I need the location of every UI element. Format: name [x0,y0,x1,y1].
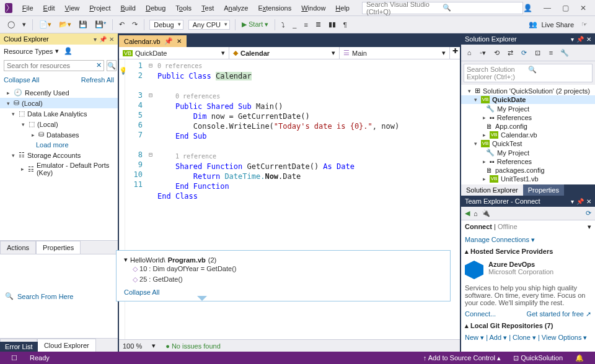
cloud-search-input[interactable] [4,60,104,71]
actions-tab[interactable]: Actions [0,241,36,254]
tab-solution-explorer[interactable]: Solution Explorer [461,184,523,196]
databases-node[interactable]: ▸⛁ Databases [0,129,118,140]
nav-class-combo[interactable]: ◆Calendar▾ [229,47,340,59]
pin-icon[interactable]: 📌 [164,37,173,45]
reference-1[interactable]: ◇ 10 : Dim dayOfYear = GetDate() [124,264,443,274]
references-2[interactable]: ▸▪▪ References [461,157,595,166]
menu-tools[interactable]: Tools [170,2,196,14]
add-source-control[interactable]: ↑ Add to Source Control ▴ [417,354,507,362]
te-plug-icon[interactable]: 🔌 [482,209,490,217]
se-collapse-icon[interactable]: ◦▾ [477,47,488,58]
te-connect-link[interactable]: Connect... [465,310,496,318]
issues-indicator[interactable]: ● No issues found [165,342,221,350]
panel-close-icon[interactable]: ✕ [586,36,591,43]
zoom-combo[interactable]: 100 % [123,342,142,350]
save-button[interactable]: 💾 [76,19,90,30]
start-button[interactable]: ▶ Start ▾ [239,19,271,30]
panel-pin-icon[interactable]: 📌 [576,198,584,205]
project-quickdate[interactable]: ▾VB QuickDate [461,95,595,104]
menu-file[interactable]: File [17,2,38,14]
window-minimize[interactable]: — [544,4,551,12]
codelens-collapse-all[interactable]: Collapse All [124,288,443,296]
local-node[interactable]: ▾⛁ (Local) [0,98,118,108]
window-close[interactable]: ✕ [580,4,586,12]
menu-view[interactable]: View [60,2,85,14]
unittest1-vb[interactable]: ▸VB UnitTest1.vb [461,175,595,183]
user-icon[interactable]: 👤 [523,4,532,12]
panel-close-icon[interactable]: ✕ [586,198,591,205]
panel-pin-icon[interactable]: 📌 [99,36,107,43]
se-showall-icon[interactable]: ⊡ [532,47,543,58]
git-clone[interactable]: Clone [513,334,531,341]
status-solution[interactable]: ⊡ QuickSolution [507,354,569,362]
my-project-1[interactable]: 🔧 My Project [461,104,595,113]
save-all-button[interactable]: 💾* [92,19,109,30]
git-add[interactable]: Add [489,334,501,341]
panel-options-icon[interactable]: ▾ [571,198,574,205]
references-1[interactable]: ▸▪▪ References [461,113,595,122]
refresh-all-link[interactable]: Refresh All [81,76,114,84]
menu-extensions[interactable]: Extensions [253,2,296,14]
open-button[interactable]: 📂▾ [56,19,74,30]
recent-node[interactable]: ▸🕘 Recently Used [0,87,118,98]
nav-member-combo[interactable]: ☰Main▾ [340,47,450,59]
cloud-search-button[interactable]: 🔍 [107,60,117,71]
dla-local-node[interactable]: ▾⬚ (Local) [0,119,118,129]
misc-toolbar-2[interactable]: ≡ [301,20,311,30]
te-home-icon[interactable]: ⌂ [474,210,478,217]
packages-config[interactable]: 🗎 packages.config [461,166,595,175]
platform-combo[interactable]: Any CPU [188,20,230,30]
new-project-button[interactable]: 📄▾ [36,19,55,30]
misc-toolbar-5[interactable]: ¶ [340,20,350,30]
feedback-button[interactable]: ☞ [578,19,591,30]
my-project-2[interactable]: 🔧 My Project [461,148,595,157]
nav-fwd-button[interactable]: ▾ [19,19,29,30]
storage-node[interactable]: ▾☷ Storage Accounts [0,150,118,160]
tab-properties[interactable]: Properties [523,184,564,196]
split-icon[interactable]: ✚ [450,47,460,59]
notifications-icon[interactable]: 🔔 [569,354,590,362]
se-sync-icon[interactable]: ⇄ [505,47,516,58]
nav-project-combo[interactable]: VBQuickDate▾ [119,47,229,59]
account-icon[interactable]: 👤 [64,47,73,55]
step-button[interactable]: ⤵ [278,20,288,30]
manage-connections[interactable]: Manage Connections ▾ [461,233,595,246]
se-refresh-icon[interactable]: ⟳ [518,47,529,58]
git-viewopt[interactable]: View Options [542,334,582,341]
te-back-icon[interactable]: ◀ [465,209,470,217]
menu-help[interactable]: Help [330,2,355,14]
emulator-node[interactable]: ▸☷ Emulator - Default Ports (Key) [0,160,118,178]
properties-tab[interactable]: Properties [36,241,81,254]
misc-toolbar-1[interactable]: _ [289,20,299,30]
appconfig[interactable]: 🗎 App.config [461,122,595,131]
menu-edit[interactable]: Edit [38,2,60,14]
misc-toolbar-4[interactable]: ▮▮ [325,19,339,30]
panel-options-icon[interactable]: ▾ [94,36,97,43]
undo-button[interactable]: ↶ [116,19,128,30]
cloud-explorer-tab[interactable]: Cloud Explorer [37,339,96,352]
menu-test[interactable]: Test [196,2,219,14]
misc-toolbar-3[interactable]: ≣ [312,19,324,30]
se-home-icon[interactable]: ⌂ [464,47,475,58]
clear-icon[interactable]: ✕ [96,61,102,69]
menu-window[interactable]: Window [296,2,330,14]
se-back-icon[interactable]: ⟲ [491,47,502,58]
search-from-here[interactable]: 🔍 Search From Here [0,254,118,338]
solution-node[interactable]: ▾⊞ Solution 'QuickSolution' (2 projects) [461,86,595,95]
close-tab-icon[interactable]: ✕ [177,38,182,45]
te-refresh-icon[interactable]: ⟳ [586,209,591,217]
hosted-header[interactable]: ▴ Hosted Service Providers [461,246,595,257]
window-restore[interactable]: ▢ [562,4,569,12]
collapse-all-link[interactable]: Collapse All [4,76,39,84]
te-connect-header[interactable]: Connect | Offline▾ [461,220,595,233]
se-more-icon[interactable]: 🔧 [559,47,570,58]
error-list-tab[interactable]: Error List [0,342,38,352]
git-new[interactable]: New [465,334,478,341]
liveshare-button[interactable]: Live Share [541,21,574,28]
project-quicktest[interactable]: ▾VB QuickTest [461,139,595,148]
menu-debug[interactable]: Debug [141,2,170,14]
menu-analyze[interactable]: Analyze [219,2,253,14]
calendar-vb[interactable]: ▸VB Calendar.vb [461,131,595,139]
panel-pin-icon[interactable]: 📌 [576,36,584,43]
global-search[interactable]: Search Visual Studio (Ctrl+Q) 🔍 [362,2,523,14]
